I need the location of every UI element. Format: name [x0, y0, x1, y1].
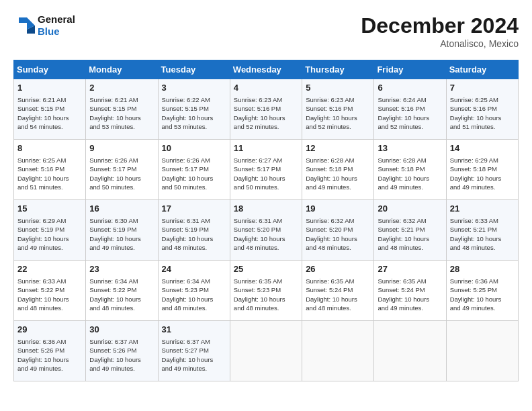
day-number: 16: [89, 203, 154, 215]
day-number: 11: [234, 142, 298, 154]
calendar-day-cell: 21Sunrise: 6:33 AM Sunset: 5:21 PM Dayli…: [446, 200, 518, 261]
day-number: 7: [450, 82, 515, 94]
calendar-day-cell: 25Sunrise: 6:35 AM Sunset: 5:23 PM Dayli…: [230, 261, 302, 321]
calendar-day-cell: 5Sunrise: 6:23 AM Sunset: 5:16 PM Daylig…: [302, 79, 374, 140]
location-label: Atonalisco, Mexico: [361, 38, 519, 49]
calendar-day-cell: [230, 321, 302, 381]
day-info: Sunrise: 6:22 AM Sunset: 5:15 PM Dayligh…: [162, 95, 226, 131]
weekday-header-wednesday: Wednesday: [230, 60, 302, 79]
calendar-day-cell: 22Sunrise: 6:33 AM Sunset: 5:22 PM Dayli…: [14, 261, 86, 321]
month-year-title: December 2024: [361, 13, 519, 38]
calendar-day-cell: 8Sunrise: 6:25 AM Sunset: 5:16 PM Daylig…: [14, 140, 86, 200]
day-info: Sunrise: 6:24 AM Sunset: 5:16 PM Dayligh…: [378, 95, 442, 131]
day-info: Sunrise: 6:26 AM Sunset: 5:17 PM Dayligh…: [89, 156, 154, 191]
calendar-week-row: 8Sunrise: 6:25 AM Sunset: 5:16 PM Daylig…: [14, 140, 519, 200]
calendar-day-cell: 9Sunrise: 6:26 AM Sunset: 5:17 PM Daylig…: [86, 140, 158, 200]
page-header: General Blue December 2024 Atonalisco, M…: [13, 13, 519, 49]
day-info: Sunrise: 6:34 AM Sunset: 5:22 PM Dayligh…: [89, 277, 154, 312]
calendar-day-cell: 7Sunrise: 6:25 AM Sunset: 5:16 PM Daylig…: [446, 79, 518, 140]
calendar-day-cell: 30Sunrise: 6:37 AM Sunset: 5:26 PM Dayli…: [86, 321, 158, 381]
calendar-week-row: 29Sunrise: 6:36 AM Sunset: 5:26 PM Dayli…: [14, 321, 519, 381]
day-info: Sunrise: 6:31 AM Sunset: 5:20 PM Dayligh…: [234, 216, 298, 252]
calendar-day-cell: 1Sunrise: 6:21 AM Sunset: 5:15 PM Daylig…: [14, 79, 86, 140]
day-number: 27: [378, 263, 442, 275]
day-number: 25: [234, 263, 298, 275]
calendar-day-cell: [374, 321, 446, 381]
calendar-day-cell: 19Sunrise: 6:32 AM Sunset: 5:20 PM Dayli…: [302, 200, 374, 261]
day-info: Sunrise: 6:25 AM Sunset: 5:16 PM Dayligh…: [17, 156, 82, 191]
day-number: 2: [89, 82, 154, 94]
day-number: 4: [234, 82, 298, 94]
calendar-day-cell: [302, 321, 374, 381]
calendar-day-cell: 26Sunrise: 6:35 AM Sunset: 5:24 PM Dayli…: [302, 261, 374, 321]
day-info: Sunrise: 6:37 AM Sunset: 5:26 PM Dayligh…: [89, 337, 154, 373]
calendar-day-cell: 18Sunrise: 6:31 AM Sunset: 5:20 PM Dayli…: [230, 200, 302, 261]
day-info: Sunrise: 6:32 AM Sunset: 5:20 PM Dayligh…: [306, 216, 370, 252]
day-info: Sunrise: 6:36 AM Sunset: 5:26 PM Dayligh…: [17, 337, 82, 373]
day-number: 30: [89, 324, 154, 336]
day-info: Sunrise: 6:31 AM Sunset: 5:19 PM Dayligh…: [162, 216, 226, 252]
calendar-day-cell: 11Sunrise: 6:27 AM Sunset: 5:17 PM Dayli…: [230, 140, 302, 200]
day-info: Sunrise: 6:21 AM Sunset: 5:15 PM Dayligh…: [17, 95, 82, 131]
calendar-day-cell: 4Sunrise: 6:23 AM Sunset: 5:16 PM Daylig…: [230, 79, 302, 140]
day-info: Sunrise: 6:28 AM Sunset: 5:18 PM Dayligh…: [306, 156, 370, 191]
calendar-day-cell: 2Sunrise: 6:21 AM Sunset: 5:15 PM Daylig…: [86, 79, 158, 140]
day-number: 20: [378, 203, 442, 215]
day-number: 19: [306, 203, 370, 215]
day-info: Sunrise: 6:37 AM Sunset: 5:27 PM Dayligh…: [162, 337, 226, 373]
day-number: 12: [306, 142, 370, 154]
weekday-header-friday: Friday: [374, 60, 446, 79]
weekday-header-sunday: Sunday: [14, 60, 86, 79]
day-number: 1: [17, 82, 82, 94]
day-info: Sunrise: 6:23 AM Sunset: 5:16 PM Dayligh…: [306, 95, 370, 131]
day-number: 29: [17, 324, 82, 336]
calendar-day-cell: 14Sunrise: 6:29 AM Sunset: 5:18 PM Dayli…: [446, 140, 518, 200]
calendar-day-cell: 23Sunrise: 6:34 AM Sunset: 5:22 PM Dayli…: [86, 261, 158, 321]
day-number: 6: [378, 82, 442, 94]
day-info: Sunrise: 6:33 AM Sunset: 5:22 PM Dayligh…: [17, 277, 82, 312]
logo-icon: [13, 15, 35, 36]
calendar-day-cell: [446, 321, 518, 381]
day-info: Sunrise: 6:34 AM Sunset: 5:23 PM Dayligh…: [162, 277, 226, 312]
day-info: Sunrise: 6:36 AM Sunset: 5:25 PM Dayligh…: [450, 277, 515, 312]
weekday-header-row: SundayMondayTuesdayWednesdayThursdayFrid…: [14, 60, 519, 79]
calendar-day-cell: 29Sunrise: 6:36 AM Sunset: 5:26 PM Dayli…: [14, 321, 86, 381]
day-info: Sunrise: 6:21 AM Sunset: 5:15 PM Dayligh…: [89, 95, 154, 131]
day-info: Sunrise: 6:30 AM Sunset: 5:19 PM Dayligh…: [89, 216, 154, 252]
title-block: December 2024 Atonalisco, Mexico: [361, 13, 519, 49]
day-number: 14: [450, 142, 515, 154]
weekday-header-saturday: Saturday: [446, 60, 518, 79]
calendar-day-cell: 10Sunrise: 6:26 AM Sunset: 5:17 PM Dayli…: [158, 140, 230, 200]
day-info: Sunrise: 6:32 AM Sunset: 5:21 PM Dayligh…: [378, 216, 442, 252]
weekday-header-tuesday: Tuesday: [158, 60, 230, 79]
calendar-week-row: 1Sunrise: 6:21 AM Sunset: 5:15 PM Daylig…: [14, 79, 519, 140]
calendar-day-cell: 17Sunrise: 6:31 AM Sunset: 5:19 PM Dayli…: [158, 200, 230, 261]
day-number: 15: [17, 203, 82, 215]
logo: General Blue: [13, 13, 75, 38]
calendar-day-cell: 12Sunrise: 6:28 AM Sunset: 5:18 PM Dayli…: [302, 140, 374, 200]
day-info: Sunrise: 6:23 AM Sunset: 5:16 PM Dayligh…: [234, 95, 298, 131]
calendar-day-cell: 13Sunrise: 6:28 AM Sunset: 5:18 PM Dayli…: [374, 140, 446, 200]
day-info: Sunrise: 6:29 AM Sunset: 5:19 PM Dayligh…: [17, 216, 82, 252]
day-number: 24: [162, 263, 226, 275]
day-number: 17: [162, 203, 226, 215]
day-info: Sunrise: 6:28 AM Sunset: 5:18 PM Dayligh…: [378, 156, 442, 191]
weekday-header-thursday: Thursday: [302, 60, 374, 79]
calendar-day-cell: 16Sunrise: 6:30 AM Sunset: 5:19 PM Dayli…: [86, 200, 158, 261]
day-number: 13: [378, 142, 442, 154]
calendar-week-row: 15Sunrise: 6:29 AM Sunset: 5:19 PM Dayli…: [14, 200, 519, 261]
calendar-day-cell: 20Sunrise: 6:32 AM Sunset: 5:21 PM Dayli…: [374, 200, 446, 261]
day-number: 9: [89, 142, 154, 154]
day-number: 21: [450, 203, 515, 215]
day-info: Sunrise: 6:29 AM Sunset: 5:18 PM Dayligh…: [450, 156, 515, 191]
calendar-week-row: 22Sunrise: 6:33 AM Sunset: 5:22 PM Dayli…: [14, 261, 519, 321]
calendar-day-cell: 15Sunrise: 6:29 AM Sunset: 5:19 PM Dayli…: [14, 200, 86, 261]
day-info: Sunrise: 6:33 AM Sunset: 5:21 PM Dayligh…: [450, 216, 515, 252]
day-number: 23: [89, 263, 154, 275]
day-number: 28: [450, 263, 515, 275]
calendar-day-cell: 3Sunrise: 6:22 AM Sunset: 5:15 PM Daylig…: [158, 79, 230, 140]
day-number: 31: [162, 324, 226, 336]
day-info: Sunrise: 6:35 AM Sunset: 5:24 PM Dayligh…: [306, 277, 370, 312]
day-info: Sunrise: 6:25 AM Sunset: 5:16 PM Dayligh…: [450, 95, 515, 131]
calendar-day-cell: 6Sunrise: 6:24 AM Sunset: 5:16 PM Daylig…: [374, 79, 446, 140]
